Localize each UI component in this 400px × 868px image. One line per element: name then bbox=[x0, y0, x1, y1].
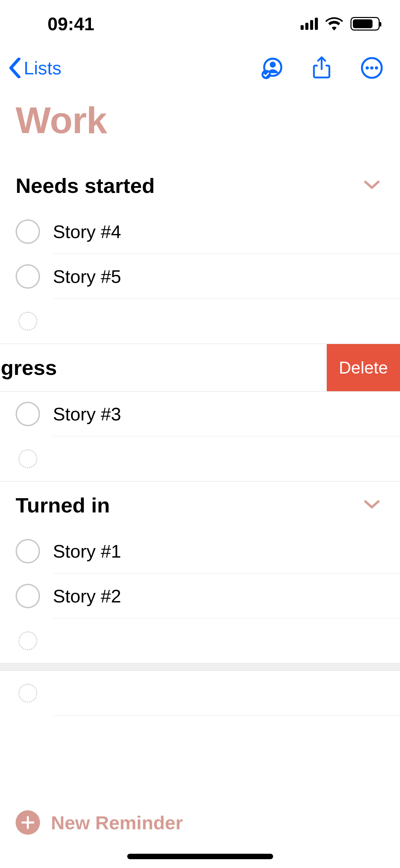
reminder-text: Story #2 bbox=[53, 585, 121, 607]
add-circle-placeholder-icon bbox=[18, 631, 37, 650]
reminder-text: Story #1 bbox=[53, 541, 121, 562]
page-title: Work bbox=[0, 88, 400, 162]
completion-circle[interactable] bbox=[16, 402, 40, 426]
home-indicator[interactable] bbox=[127, 854, 273, 859]
completion-circle[interactable] bbox=[16, 264, 40, 289]
share-button[interactable] bbox=[310, 56, 334, 80]
person-badge-icon bbox=[260, 56, 283, 80]
svg-point-2 bbox=[262, 70, 271, 79]
status-bar: 09:41 bbox=[0, 0, 400, 48]
completion-circle[interactable] bbox=[16, 219, 40, 244]
section-title: Needs started bbox=[16, 174, 155, 198]
add-reminder-placeholder[interactable] bbox=[0, 299, 400, 344]
status-time: 09:41 bbox=[0, 13, 94, 34]
add-reminder-placeholder[interactable] bbox=[0, 618, 400, 663]
reminder-text: Story #5 bbox=[53, 266, 121, 287]
add-circle-placeholder-icon bbox=[18, 449, 37, 468]
section-header-turned-in[interactable]: Turned in bbox=[0, 482, 400, 529]
new-reminder-button[interactable]: New Reminder bbox=[0, 810, 400, 835]
battery-icon bbox=[350, 17, 380, 31]
add-circle-placeholder-icon bbox=[18, 312, 37, 331]
more-button[interactable] bbox=[360, 56, 384, 80]
add-reminder-placeholder[interactable] bbox=[0, 436, 400, 481]
completion-circle[interactable] bbox=[16, 539, 40, 563]
back-label: Lists bbox=[24, 57, 61, 78]
status-indicators bbox=[301, 17, 380, 31]
reminder-text: Story #3 bbox=[53, 403, 121, 424]
new-reminder-label: New Reminder bbox=[51, 812, 183, 834]
ellipsis-circle-icon bbox=[360, 56, 384, 80]
section-header-in-progress-swiped: In progress Delete bbox=[0, 344, 400, 392]
cellular-icon bbox=[301, 18, 318, 30]
svg-point-6 bbox=[375, 66, 378, 70]
collaborate-button[interactable] bbox=[260, 56, 283, 80]
section-header-needs-started[interactable]: Needs started bbox=[0, 162, 400, 209]
section-title: Turned in bbox=[16, 493, 110, 517]
wifi-icon bbox=[325, 17, 343, 31]
reminder-item[interactable]: Story #1 bbox=[0, 529, 400, 574]
reminder-text: Story #4 bbox=[53, 221, 121, 242]
reminder-item[interactable]: Story #3 bbox=[0, 392, 400, 436]
reminder-item[interactable]: Story #5 bbox=[0, 254, 400, 299]
section-separator bbox=[0, 663, 400, 671]
completion-circle[interactable] bbox=[16, 584, 40, 608]
chevron-down-icon[interactable] bbox=[364, 180, 380, 192]
nav-bar: Lists bbox=[0, 48, 400, 88]
svg-point-5 bbox=[370, 66, 374, 70]
share-icon bbox=[310, 56, 334, 80]
svg-point-1 bbox=[270, 62, 276, 68]
plus-circle-icon bbox=[16, 810, 40, 835]
reminder-item[interactable]: Story #4 bbox=[0, 209, 400, 254]
delete-button[interactable]: Delete bbox=[327, 344, 400, 391]
section-header-in-progress[interactable]: In progress bbox=[0, 344, 327, 391]
back-button[interactable]: Lists bbox=[8, 57, 61, 78]
add-circle-placeholder-icon bbox=[18, 684, 37, 703]
svg-point-4 bbox=[366, 66, 369, 70]
add-reminder-placeholder[interactable] bbox=[0, 671, 400, 716]
reminder-item[interactable]: Story #2 bbox=[0, 574, 400, 618]
chevron-down-icon[interactable] bbox=[364, 500, 380, 511]
section-title: In progress bbox=[0, 356, 57, 380]
chevron-left-icon bbox=[8, 58, 22, 78]
